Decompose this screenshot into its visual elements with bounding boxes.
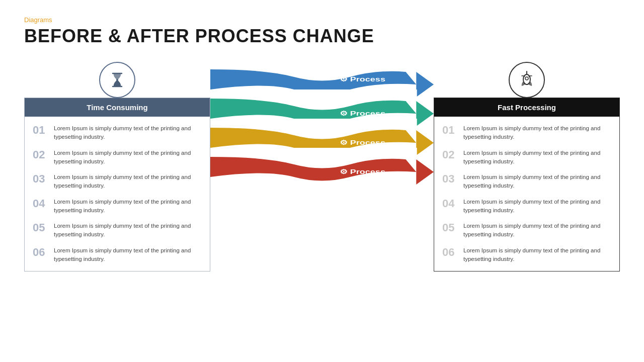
item-text: Lorem Ipsum is simply dummy text of the … xyxy=(54,246,202,264)
hourglass-icon xyxy=(99,62,135,98)
item-number: 03 xyxy=(442,173,458,185)
list-item: 02 Lorem Ipsum is simply dummy text of t… xyxy=(31,145,204,170)
svg-rect-6 xyxy=(210,148,417,157)
tag-label: Diagrams xyxy=(24,16,620,24)
list-item: 05 Lorem Ipsum is simply dummy text of t… xyxy=(31,218,204,243)
svg-marker-5 xyxy=(416,130,434,155)
item-text: Lorem Ipsum is simply dummy text of the … xyxy=(463,149,611,166)
item-text: Lorem Ipsum is simply dummy text of the … xyxy=(463,198,611,215)
svg-text:⚙ Process: ⚙ Process xyxy=(340,110,386,117)
rocket-icon-container xyxy=(434,62,620,98)
right-panel: Fast Processing 01 Lorem Ipsum is simply… xyxy=(434,62,620,272)
arrows-container: ⚙ Process ⚙ Process ⚙ Process ⚙ Process xyxy=(210,62,434,278)
item-text: Lorem Ipsum is simply dummy text of the … xyxy=(54,222,202,239)
item-text: Lorem Ipsum is simply dummy text of the … xyxy=(54,124,202,142)
left-panel: Time Consuming 01 Lorem Ipsum is simply … xyxy=(24,62,210,272)
item-text: Lorem Ipsum is simply dummy text of the … xyxy=(54,198,202,215)
item-text: Lorem Ipsum is simply dummy text of the … xyxy=(463,222,611,239)
list-item: 01 Lorem Ipsum is simply dummy text of t… xyxy=(440,121,613,145)
svg-rect-4 xyxy=(210,119,417,128)
list-item: 03 Lorem Ipsum is simply dummy text of t… xyxy=(31,169,204,194)
item-text: Lorem Ipsum is simply dummy text of the … xyxy=(463,246,611,264)
right-box: Fast Processing 01 Lorem Ipsum is simply… xyxy=(434,98,620,272)
item-number: 04 xyxy=(33,198,49,210)
item-number: 03 xyxy=(33,173,49,185)
item-text: Lorem Ipsum is simply dummy text of the … xyxy=(463,173,611,191)
item-text: Lorem Ipsum is simply dummy text of the … xyxy=(54,149,202,166)
left-header: Time Consuming xyxy=(25,98,210,117)
left-list: 01 Lorem Ipsum is simply dummy text of t… xyxy=(25,117,210,271)
main-title: BEFORE & AFTER PROCESS CHANGE xyxy=(24,26,620,47)
svg-text:⚙ Process: ⚙ Process xyxy=(340,168,386,175)
right-header: Fast Processing xyxy=(434,98,619,117)
slide: Diagrams BEFORE & AFTER PROCESS CHANGE T… xyxy=(0,0,644,362)
item-number: 04 xyxy=(442,198,458,210)
right-list: 01 Lorem Ipsum is simply dummy text of t… xyxy=(434,117,619,271)
svg-point-0 xyxy=(116,79,118,81)
list-item: 05 Lorem Ipsum is simply dummy text of t… xyxy=(440,218,613,243)
svg-text:⚙ Process: ⚙ Process xyxy=(340,75,386,82)
item-number: 01 xyxy=(33,124,49,136)
list-item: 04 Lorem Ipsum is simply dummy text of t… xyxy=(440,194,613,219)
svg-point-13 xyxy=(525,77,528,80)
item-text: Lorem Ipsum is simply dummy text of the … xyxy=(54,173,202,191)
item-number: 05 xyxy=(442,222,458,234)
list-item: 03 Lorem Ipsum is simply dummy text of t… xyxy=(440,169,613,194)
rocket-icon xyxy=(509,62,545,98)
item-number: 02 xyxy=(33,149,49,161)
svg-marker-1 xyxy=(416,72,434,97)
list-item: 06 Lorem Ipsum is simply dummy text of t… xyxy=(440,243,613,267)
list-item: 01 Lorem Ipsum is simply dummy text of t… xyxy=(31,121,204,145)
list-item: 06 Lorem Ipsum is simply dummy text of t… xyxy=(31,243,204,267)
item-text: Lorem Ipsum is simply dummy text of the … xyxy=(463,124,611,142)
list-item: 04 Lorem Ipsum is simply dummy text of t… xyxy=(31,194,204,219)
item-number: 05 xyxy=(33,222,49,234)
item-number: 02 xyxy=(442,149,458,161)
item-number: 06 xyxy=(33,246,49,258)
svg-rect-2 xyxy=(210,89,417,99)
item-number: 01 xyxy=(442,124,458,136)
hourglass-icon-container xyxy=(24,62,210,98)
svg-marker-7 xyxy=(416,159,434,185)
svg-text:⚙ Process: ⚙ Process xyxy=(340,139,386,146)
item-number: 06 xyxy=(442,246,458,258)
list-item: 02 Lorem Ipsum is simply dummy text of t… xyxy=(440,145,613,170)
left-box: Time Consuming 01 Lorem Ipsum is simply … xyxy=(24,98,210,272)
svg-marker-3 xyxy=(416,101,434,126)
